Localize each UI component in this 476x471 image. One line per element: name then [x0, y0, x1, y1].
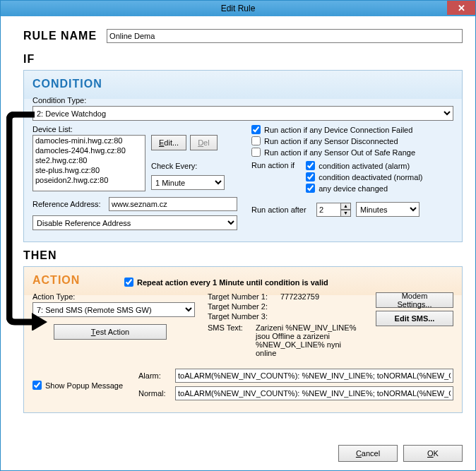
- opt-conn-failed[interactable]: Run action if any Device Connection Fail…: [251, 125, 453, 134]
- edit-device-button[interactable]: Edit...: [151, 135, 186, 150]
- action-type-label: Action Type:: [32, 292, 195, 301]
- edit-rule-window: Edit Rule ✕ RULE NAME IF CONDITION Condi…: [0, 0, 476, 471]
- list-item[interactable]: ste2.hwg.cz:80: [33, 155, 145, 165]
- edit-sms-button[interactable]: Edit SMS...: [376, 311, 453, 326]
- close-button[interactable]: ✕: [447, 1, 475, 15]
- condition-panel: CONDITION Condition Type: 2: Device Watc…: [23, 70, 463, 242]
- rule-name-input[interactable]: [107, 29, 463, 43]
- list-item[interactable]: damocles-2404.hwg.cz:80: [33, 145, 145, 155]
- action-type-select[interactable]: 7: Send SMS (Remote SMS GW): [32, 302, 195, 317]
- device-list-label: Device List:: [32, 125, 237, 133]
- target2-label: Target Number 2:: [208, 302, 275, 311]
- run-if-normal[interactable]: condition deactivated (normal): [306, 172, 422, 181]
- titlebar: Edit Rule ✕: [1, 1, 475, 16]
- spin-down-icon[interactable]: ▼: [340, 210, 351, 217]
- show-popup-checkbox[interactable]: Show Popup Message: [32, 381, 131, 390]
- ref-address-mode-select[interactable]: Disable Reference Address: [32, 215, 237, 230]
- normal-label: Normal:: [138, 389, 171, 398]
- alarm-input[interactable]: [175, 369, 453, 383]
- target3-label: Target Number 3:: [208, 312, 275, 321]
- condition-type-label: Condition Type:: [32, 96, 453, 105]
- ref-address-label: Reference Address:: [32, 200, 105, 208]
- run-if-label: Run action if: [251, 161, 294, 195]
- device-list[interactable]: damocles-mini.hwg.cz:80 damocles-2404.hw…: [32, 135, 145, 191]
- normal-input[interactable]: [175, 386, 453, 400]
- test-action-button[interactable]: Test Action: [54, 324, 167, 340]
- opt-sensor-range[interactable]: Run action if any Sensor Out of Safe Ran…: [251, 148, 453, 157]
- sms-text-value: Zarizeni %NEW_INV_LINE% jsou Offline a z…: [256, 323, 363, 357]
- list-item[interactable]: poseidon2.hwg.cz:80: [33, 175, 145, 185]
- delete-device-button[interactable]: Del: [190, 135, 218, 150]
- target1-label: Target Number 1:: [208, 292, 275, 301]
- run-after-value[interactable]: ▲▼: [316, 203, 352, 217]
- action-panel: ACTION Repeat action every 1 Minute unti…: [23, 266, 463, 413]
- modem-settings-button[interactable]: Modem Settings...: [376, 292, 453, 308]
- run-if-alarm[interactable]: condition activated (alarm): [306, 161, 422, 170]
- spin-up-icon[interactable]: ▲: [340, 203, 351, 210]
- rule-name-label: RULE NAME: [23, 30, 97, 42]
- window-title: Edit Rule: [221, 4, 256, 13]
- run-after-unit-select[interactable]: Minutes: [356, 202, 420, 217]
- opt-sensor-disc[interactable]: Run action if any Sensor Disconnected: [251, 136, 453, 145]
- then-label: THEN: [23, 249, 463, 262]
- ref-address-input[interactable]: [109, 197, 237, 211]
- list-item[interactable]: damocles-mini.hwg.cz:80: [33, 136, 145, 145]
- repeat-action-checkbox[interactable]: Repeat action every 1 Minute until condi…: [124, 278, 328, 287]
- condition-type-select[interactable]: 2: Device Watchdog: [32, 106, 453, 121]
- condition-heading: CONDITION: [32, 78, 453, 90]
- sms-text-label: SMS Text:: [208, 323, 250, 357]
- check-every-select[interactable]: 1 Minute: [151, 175, 225, 190]
- cancel-button[interactable]: Cancel: [338, 445, 398, 462]
- run-if-changed[interactable]: any device changed: [306, 184, 422, 193]
- action-heading: ACTION: [32, 274, 124, 287]
- check-every-label: Check Every:: [151, 162, 225, 170]
- list-item[interactable]: ste-plus.hwg.cz:80: [33, 165, 145, 175]
- alarm-label: Alarm:: [138, 371, 171, 380]
- run-after-label: Run action after: [251, 205, 312, 214]
- ok-button[interactable]: OK: [403, 445, 463, 462]
- target1-value: 777232759: [280, 292, 319, 301]
- if-label: IF: [23, 53, 463, 66]
